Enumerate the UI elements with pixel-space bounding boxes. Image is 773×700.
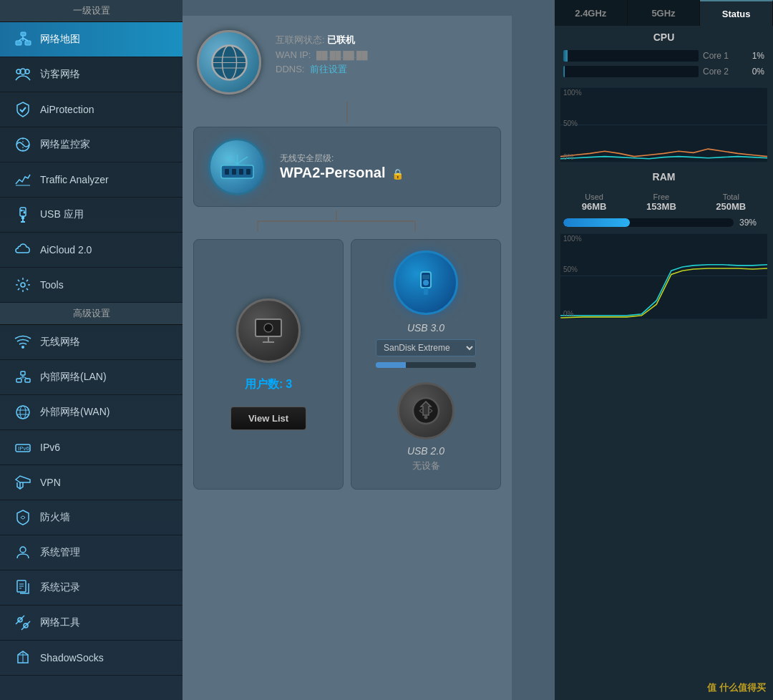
sidebar-item-guest-network[interactable]: 访客网络 <box>0 57 183 92</box>
vpn-icon <box>11 472 34 492</box>
svg-rect-22 <box>16 379 21 382</box>
tab-2ghz[interactable]: 2.4GHz <box>555 0 628 26</box>
client-count-label: 用户数: <box>245 378 283 390</box>
sidebar-item-system-log[interactable]: 系统记录 <box>0 570 183 606</box>
internet-status-value: 已联机 <box>327 34 355 45</box>
bottom-panels: 用户数: 3 View List USB 3.0 SanDisk Extreme <box>193 239 501 490</box>
network-monitor-icon <box>11 135 34 155</box>
cpu-core1-fill <box>563 50 568 62</box>
usb3-device-select[interactable]: SanDisk Extreme <box>376 339 476 356</box>
svg-rect-13 <box>21 216 24 219</box>
svg-line-41 <box>16 616 24 624</box>
primary-section-label: 一级设置 <box>0 0 183 22</box>
internet-info: 互联网状态: 已联机 WAN IP: ██.██.██.██ DDNS: 前往设… <box>276 30 368 76</box>
sidebar-item-network-tools[interactable]: 网络工具 <box>0 606 183 641</box>
sidebar-item-label: 网络监控家 <box>40 138 90 151</box>
view-list-button[interactable]: View List <box>230 407 306 430</box>
computer-icon <box>236 298 301 363</box>
sidebar-item-tools[interactable]: Tools <box>0 268 183 303</box>
cpu-core2-track <box>563 66 699 77</box>
sidebar-item-traffic-analyzer[interactable]: Traffic Analyzer <box>0 162 183 198</box>
watermark: 值 什么值得买 <box>707 681 766 694</box>
sidebar-item-wireless[interactable]: 无线网络 <box>0 325 183 360</box>
svg-line-5 <box>23 38 28 41</box>
cpu-core1-row: Core 1 1% <box>563 50 764 62</box>
svg-rect-65 <box>422 275 429 279</box>
client-count: 用户数: 3 <box>245 377 292 392</box>
sidebar-item-vpn[interactable]: VPN <box>0 465 183 500</box>
aicloud-icon <box>11 240 34 260</box>
sidebar-item-label: ShadowSocks <box>40 652 104 663</box>
svg-rect-66 <box>424 288 428 295</box>
aiprotection-icon <box>11 99 34 120</box>
sidebar-item-usb-apps[interactable]: USB 应用 <box>0 198 183 233</box>
ddns-label: DDNS: <box>276 64 304 74</box>
usb3-progress-bar-fill <box>376 362 406 368</box>
router-info: 无线安全层级: WPA2-Personal 🔒 <box>280 152 404 181</box>
tab-5ghz[interactable]: 5GHz <box>628 0 701 26</box>
wan-ip-label: WAN IP: <box>276 49 311 60</box>
ram-bar-fill <box>563 218 630 227</box>
sidebar-item-network-monitor[interactable]: 网络监控家 <box>0 127 183 162</box>
tools-icon <box>11 275 34 295</box>
firewall-icon <box>11 507 34 528</box>
sidebar-item-label: 访客网络 <box>40 68 80 81</box>
network-map-icon <box>11 29 34 49</box>
sidebar-item-aicloud[interactable]: AiCloud 2.0 <box>0 233 183 268</box>
ram-section: RAM Used 96MB Free 153MB Total 250MB 39%… <box>555 165 773 322</box>
sidebar-item-ipv6[interactable]: IPv6 IPv6 <box>0 430 183 465</box>
svg-rect-53 <box>239 169 243 175</box>
sidebar-item-lan[interactable]: 内部网络(LAN) <box>0 360 183 395</box>
usb3-label: USB 3.0 <box>407 322 444 334</box>
lock-icon: 🔒 <box>392 168 404 180</box>
sidebar-item-firewall[interactable]: 防火墙 <box>0 500 183 535</box>
usb-apps-icon <box>11 205 34 225</box>
security-level-label: 无线安全层级: <box>280 152 404 165</box>
cpu-bars: Core 1 1% Core 2 0% <box>555 47 773 84</box>
svg-point-67 <box>423 280 429 286</box>
cpu-core2-fill <box>563 66 565 77</box>
ram-graph-top-label: 100% <box>563 235 582 243</box>
svg-point-20 <box>21 283 25 287</box>
usb2-icon <box>397 382 454 439</box>
cpu-graph-mid-label: 50% <box>563 120 578 127</box>
ram-used-label: Used <box>582 193 607 201</box>
router-icon <box>208 138 266 195</box>
wan-ip-value: ██.██.██.██ <box>316 51 368 59</box>
cpu-section-title: CPU <box>555 26 773 47</box>
status-tabs: 2.4GHz 5GHz Status <box>555 0 773 26</box>
sidebar-item-label: 内部网络(LAN) <box>40 371 107 384</box>
svg-line-42 <box>21 621 30 630</box>
sidebar-item-network-map[interactable]: 网络地图 <box>0 22 183 57</box>
svg-text:IPv6: IPv6 <box>18 445 30 452</box>
cpu-core1-label: Core 1 <box>703 51 739 61</box>
sidebar-item-wan[interactable]: 外部网络(WAN) <box>0 395 183 430</box>
svg-point-21 <box>21 346 24 349</box>
ram-total-label: Total <box>716 193 746 201</box>
cpu-core2-label: Core 2 <box>703 67 739 77</box>
sidebar-item-shadowsocks[interactable]: ShadowSocks <box>0 641 183 676</box>
svg-point-63 <box>264 324 273 332</box>
svg-point-28 <box>16 406 29 419</box>
tab-status[interactable]: Status <box>700 0 773 26</box>
sidebar-item-system-admin[interactable]: 系统管理 <box>0 535 183 570</box>
usb2-label: USB 2.0 <box>407 445 444 457</box>
shadowsocks-icon <box>11 648 34 668</box>
svg-line-4 <box>19 38 23 41</box>
system-log-icon <box>11 578 34 598</box>
ipv6-icon: IPv6 <box>11 437 34 457</box>
sidebar-item-label: IPv6 <box>40 442 60 453</box>
ram-total-value: 250MB <box>716 201 746 212</box>
network-tools-icon <box>11 613 34 633</box>
network-map-panel: 互联网状态: 已联机 WAN IP: ██.██.██.██ DDNS: 前往设… <box>183 16 512 700</box>
wireless-icon <box>11 332 34 352</box>
cpu-core2-row: Core 2 0% <box>563 66 764 77</box>
ram-used: Used 96MB <box>582 193 607 212</box>
sidebar-item-label: 外部网络(WAN) <box>40 406 110 419</box>
ram-section-title: RAM <box>555 165 773 187</box>
ddns-link[interactable]: 前往设置 <box>310 64 347 74</box>
ram-bar-track <box>563 218 734 227</box>
sidebar-item-aiprotection[interactable]: AiProtection <box>0 92 183 127</box>
client-count-value: 3 <box>286 378 292 390</box>
sidebar-item-label: AiProtection <box>40 104 94 115</box>
